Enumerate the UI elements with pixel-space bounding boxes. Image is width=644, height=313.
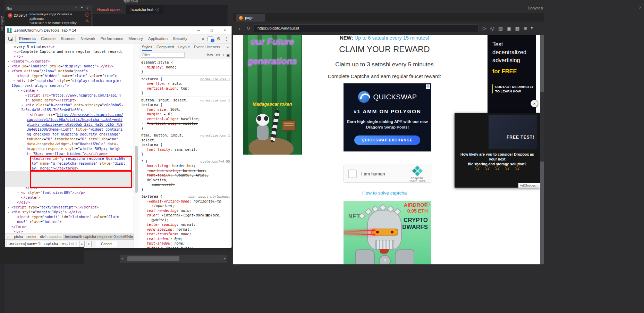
css-property[interactable]: letter-spacing: normal; [141, 222, 230, 227]
code-line[interactable]: ay: none;"></textarea> [5, 166, 134, 171]
expand-arrow-icon[interactable]: ▸ [26, 113, 27, 117]
css-property[interactable]: display: inline-block; [141, 246, 230, 248]
scrollbar-thumb[interactable] [127, 256, 179, 261]
scrollbar-thumb[interactable] [135, 146, 138, 193]
left-banner-ad[interactable]: our Future generations Madagascar token [243, 35, 302, 155]
close-button[interactable]: × [218, 28, 231, 32]
star-icon[interactable]: ☆ [474, 164, 481, 172]
ad-badge-icon[interactable]: ⓐ [426, 84, 430, 89]
reader-icon[interactable]: ▤ [498, 25, 503, 31]
more-tabs-icon[interactable]: » [227, 43, 229, 51]
css-property[interactable]: margin: ▸ 0; [141, 112, 230, 117]
star-icon[interactable]: ☆ [504, 164, 510, 172]
code-line[interactable]: 3e4e81a00&theme=light" title="widget con… [5, 127, 134, 132]
breadcrumb-item[interactable]: textarea#h-captcha-response-0oahsi69vlo [63, 234, 134, 239]
stylesheet-source-link[interactable]: normalize.css:1 [200, 77, 230, 82]
css-property[interactable]: text-rendering: auto; [141, 208, 230, 213]
console-drawer-icon[interactable]: 2 [207, 36, 213, 41]
css-property[interactable]: -webkit-writing-mode: horizontal-tb [141, 199, 230, 204]
record-icon[interactable]: ◎ [490, 25, 494, 31]
css-property[interactable]: color: -internal-light-dark(■black, [141, 213, 230, 218]
css-property[interactable]: text-indent: 0px; [141, 237, 230, 241]
close-icon[interactable]: × [86, 6, 88, 10]
breadcrumb-item[interactable]: … [5, 234, 12, 239]
how-to-solve-link[interactable]: How to solve captcha [233, 190, 536, 196]
back-icon[interactable]: ← [238, 25, 243, 31]
style-toggle-hov[interactable]: :hov [206, 53, 213, 57]
maximize-button[interactable]: □ [205, 28, 218, 32]
devtools-tab-network[interactable]: Network [80, 34, 95, 43]
minimize-button[interactable]: ─ [192, 28, 205, 32]
errors-filter-icon[interactable]: × [85, 13, 89, 17]
scroll-right-icon[interactable]: ▸ [224, 256, 226, 260]
code-line[interactable]: <input type="submit" id="claimbutn" valu… [5, 215, 134, 220]
code-line[interactable]: <br> [5, 229, 134, 233]
code-line[interactable]: </form> [5, 224, 134, 229]
code-line[interactable]: </p> [5, 54, 134, 59]
breadcrumb-item[interactable]: ptcha [12, 234, 25, 239]
warnings-filter-icon[interactable]: ⚠ [85, 18, 89, 23]
code-line[interactable]: ▾<center> [5, 88, 134, 93]
code-line[interactable]: t: 78px; overflow: hidden;">…</iframe> [5, 151, 134, 156]
star-icon[interactable]: ☆ [494, 164, 501, 172]
grid-icon[interactable]: ▦ [515, 25, 519, 31]
code-line[interactable]: lo" name="g-recaptcha-response" style="d… [5, 161, 134, 166]
close-ad-button[interactable]: × [531, 100, 538, 107]
css-property[interactable]: -moz-box-sizing: border-box; [141, 168, 230, 173]
code-line[interactable]: ▾<div class="h-captcha" data-sitekey="c0… [5, 103, 134, 108]
code-line[interactable]: ▸<p style="font-size:80%">…</p> [5, 190, 134, 195]
code-line[interactable]: </div> [5, 200, 134, 205]
devtools-tab-sources[interactable]: Sources [61, 34, 75, 43]
styles-tab-computed[interactable]: Computed [156, 43, 174, 51]
settings-gear-icon[interactable]: ⚙ [217, 36, 221, 41]
stylesheet-source-link[interactable]: normalize.css:1 [200, 133, 230, 147]
devtools-tab-performance[interactable]: Performance [101, 34, 124, 43]
css-property[interactable]: font-family: 'Ubuntu', Arial, Helvetica, [141, 173, 230, 182]
elements-scrollbar[interactable] [134, 43, 139, 248]
expand-arrow-icon[interactable]: ▸ [17, 190, 19, 195]
dock-tab-actions[interactable]: Действия [0, 16, 4, 31]
code-line[interactable]: ▸<iframe src="https://newassets.hcaptcha… [5, 113, 134, 117]
code-line[interactable]: <input type="hidden" name="claim" value=… [5, 74, 134, 79]
style-toggle-cls[interactable]: .cls [215, 53, 220, 57]
code-line[interactable]: </center> [5, 195, 134, 200]
page-scrollbar[interactable] [540, 35, 544, 264]
cancel-button[interactable]: Cancel [96, 241, 117, 247]
dark-text-ad[interactable]: Test decentralized advertising for FREE … [488, 35, 536, 115]
css-property[interactable]: vertical-align: top; [141, 86, 230, 91]
css-property[interactable]: overflow: ▸ auto; [141, 81, 230, 86]
tab-hcaptcha-test[interactable]: hcaptcha test × [126, 5, 163, 14]
expand-arrow-icon[interactable]: ▸ [8, 205, 9, 210]
collapse-arrow-icon[interactable]: ▾ [8, 69, 9, 74]
code-line[interactable]: <p>Complete Captcha and earn regular fau… [5, 49, 134, 54]
hcaptcha-checkbox[interactable] [348, 170, 357, 178]
styles-tab-event-listeners[interactable]: Event Listeners [194, 43, 220, 51]
css-property[interactable]: !important; [141, 204, 230, 208]
collapse-arrow-icon[interactable]: ▾ [13, 79, 15, 83]
code-line[interactable]: ▸<div id="loading" style="display: none;… [5, 64, 134, 69]
devtools-tab-application[interactable]: Application [148, 34, 168, 43]
chevron-down-icon[interactable]: ▼ [530, 26, 533, 30]
star-icon[interactable]: ☆ [484, 164, 491, 172]
css-selector[interactable]: * { [141, 159, 199, 164]
more-tabs-icon[interactable]: » [202, 36, 204, 41]
stylesheet-source-link[interactable]: normalize.css:1 [200, 98, 230, 107]
hcaptcha-privacy-terms[interactable]: Privacy · Terms [408, 180, 426, 182]
collapse-arrow-icon[interactable]: ▾ [17, 88, 19, 93]
css-property[interactable]: sans-serif; [141, 182, 230, 187]
code-line[interactable]: ▾<form action="/clnow" method="post"> [5, 69, 134, 74]
css-selector[interactable]: textarea { [141, 194, 187, 199]
code-line[interactable]: now!" class="button"> [5, 220, 134, 224]
css-property[interactable]: font-family: sans-serif; [141, 147, 230, 152]
horizontal-scrollbar[interactable]: ◂ ▸ [120, 255, 227, 263]
quickswap-exchange-button[interactable]: QUICKSWAP.EXCHANGE [354, 135, 420, 145]
css-selector[interactable]: button, input, select, textarea { [141, 98, 199, 107]
code-line[interactable]: data-hcaptcha-widget-id="0oahsi69vlo" da… [5, 142, 134, 147]
code-line[interactable]: ▸<script type="text/javascript">…</scrip… [5, 205, 134, 210]
address-bar[interactable] [254, 24, 478, 32]
find-previous-button[interactable]: ∧ [79, 241, 85, 247]
browser-tab-page[interactable]: page [236, 14, 265, 22]
css-property[interactable]: font-size: 100%; [141, 107, 230, 112]
code-line[interactable]: captcha/v1/1ccc98a/static/hcaptcha-c…&hl… [5, 117, 134, 122]
stylesheet-source-link[interactable]: user agent stylesheet [188, 194, 230, 199]
